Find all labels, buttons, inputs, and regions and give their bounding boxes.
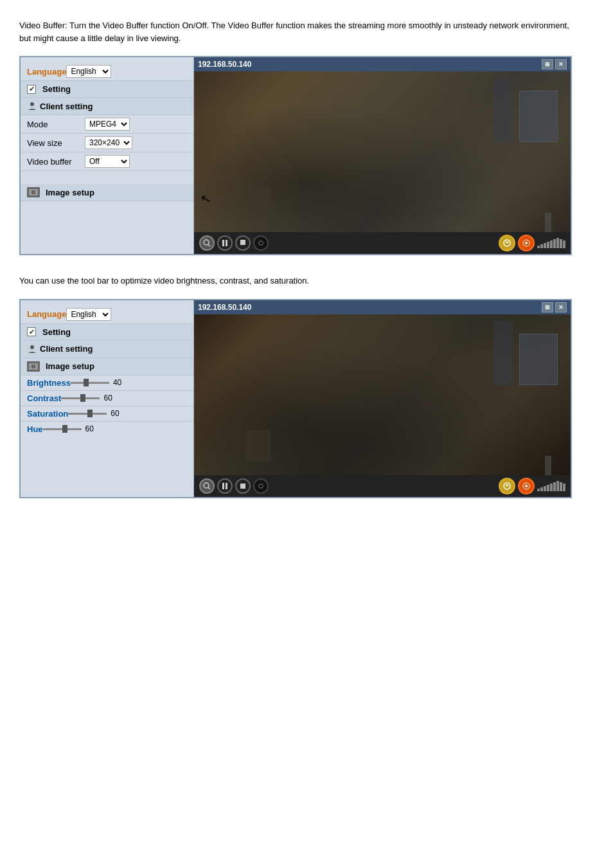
search-btn-2[interactable] (199, 478, 215, 494)
svg-point-29 (525, 485, 528, 487)
language-select-1[interactable]: English (66, 65, 111, 78)
viewsize-label: View size (27, 138, 85, 148)
setting-checkbox-1[interactable]: ✔ (27, 85, 36, 94)
client-setting-label-1: Client setting (40, 102, 93, 111)
scene-element-2 (493, 78, 513, 142)
imagesetup-label-1: Image setup (46, 188, 94, 197)
camera-ip-2: 192.168.50.140 (198, 303, 251, 312)
contrast-label: Contrast (27, 393, 61, 403)
imagesetup-icon-1 (27, 187, 40, 197)
setting-label-1: Setting (42, 84, 71, 94)
close-btn-2[interactable]: ✕ (555, 302, 567, 312)
bar2-8 (560, 482, 562, 491)
svg-point-4 (33, 192, 35, 194)
imagesetup-label-2: Image setup (46, 361, 94, 371)
toolbar-left-1 (199, 235, 269, 251)
saturation-value: 60 (111, 409, 127, 418)
scene-element-6 (493, 321, 513, 385)
description-1: Video Buffer: Turn the Video Buffer func… (19, 19, 572, 44)
mode-label: Mode (27, 120, 85, 129)
svg-point-11 (259, 241, 263, 245)
language-row-2: Language English (21, 305, 193, 324)
fullscreen-btn-1[interactable]: ⊞ (542, 59, 553, 69)
imagesetup-row-1[interactable]: Image setup (21, 184, 193, 201)
bar-9 (563, 240, 565, 248)
toolbar-right-1 (499, 235, 565, 251)
titlebar-buttons-1: ⊞ ✕ (542, 59, 567, 69)
hue-row: Hue 60 (21, 422, 193, 437)
toolbar-right-2 (499, 478, 565, 494)
client-setting-row-2[interactable]: Client setting (21, 341, 193, 358)
imagesetup-icon-2 (27, 361, 40, 372)
viewsize-row: View size 320×240 (21, 134, 193, 152)
contrast-slider[interactable]: 60 (61, 393, 187, 402)
toolbar-left-2 (199, 478, 269, 494)
saturation-row: Saturation 60 (21, 406, 193, 422)
svg-point-14 (525, 242, 528, 244)
language-label-2: Language (27, 309, 66, 319)
setting-row-1[interactable]: ✔ Setting (21, 81, 193, 98)
bar2-5 (550, 484, 553, 491)
record-btn-2[interactable] (253, 478, 269, 494)
search-btn-1[interactable] (199, 235, 215, 251)
hue-slider[interactable]: 60 (43, 424, 187, 433)
brightness-row: Brightness 40 (21, 375, 193, 391)
brightness-label: Brightness (27, 378, 71, 388)
right-panel-2: 192.168.50.140 ⊞ ✕ (194, 300, 571, 497)
client-setting-row-1[interactable]: Client setting (21, 98, 193, 115)
scene-element-3 (245, 187, 271, 219)
record-btn-1[interactable] (253, 235, 269, 251)
viewsize-select[interactable]: 320×240 (85, 136, 132, 149)
person-icon-2 (27, 344, 37, 354)
zoom-btn-2[interactable] (499, 478, 515, 494)
left-panel-1: Language English ✔ Setting Client settin… (21, 57, 194, 254)
fullscreen-btn-2[interactable]: ⊞ (542, 302, 553, 312)
mode-row: Mode MPEG4 (21, 115, 193, 134)
ui-panel-2: Language English ✔ Setting Client settin… (19, 299, 572, 498)
mode-select[interactable]: MPEG4 (85, 118, 130, 131)
hue-value: 60 (85, 424, 102, 433)
bar-3 (544, 243, 546, 248)
saturation-slider[interactable]: 60 (68, 409, 187, 418)
camera-feed-2 (194, 314, 571, 475)
bar2-1 (537, 489, 540, 491)
setting-label-2: Setting (42, 327, 71, 337)
bar-6 (553, 239, 556, 248)
svg-line-21 (208, 487, 210, 489)
pause-btn-2[interactable] (217, 478, 233, 494)
signal-bars-1 (537, 238, 565, 248)
stop-btn-2[interactable] (235, 478, 251, 494)
svg-point-0 (30, 102, 34, 106)
settings-btn-1[interactable] (518, 235, 535, 251)
imagesetup-row-2[interactable]: Image setup (21, 358, 193, 375)
brightness-slider[interactable]: 40 (71, 378, 187, 387)
signal-bars-2 (537, 481, 565, 491)
settings-btn-2[interactable] (518, 478, 535, 494)
language-label-1: Language (27, 67, 66, 77)
videobuffer-row: Video buffer Off On (21, 152, 193, 171)
bar2-9 (563, 484, 565, 491)
left-panel-2: Language English ✔ Setting Client settin… (21, 300, 194, 497)
bar-7 (556, 238, 559, 248)
camera-titlebar-2: 192.168.50.140 ⊞ ✕ (194, 300, 571, 314)
camera-feed-1: ↖ (194, 71, 571, 232)
videobuffer-select[interactable]: Off On (85, 155, 130, 168)
setting-row-2[interactable]: ✔ Setting (21, 324, 193, 341)
right-panel-1: 192.168.50.140 ⊞ ✕ ↖ (194, 57, 571, 254)
bar2-3 (544, 486, 546, 491)
svg-point-15 (30, 345, 34, 349)
bar-2 (540, 244, 543, 248)
scene-element-8 (545, 456, 551, 475)
language-select-2[interactable]: English (66, 308, 111, 321)
bar2-4 (547, 485, 549, 491)
setting-checkbox-2[interactable]: ✔ (27, 327, 36, 336)
svg-rect-24 (240, 484, 245, 489)
svg-rect-22 (222, 483, 224, 489)
close-btn-1[interactable]: ✕ (555, 59, 567, 69)
zoom-btn-1[interactable] (499, 235, 515, 251)
bar2-2 (540, 487, 543, 491)
contrast-row: Contrast 60 (21, 391, 193, 406)
stop-btn-1[interactable] (235, 235, 251, 251)
svg-point-19 (33, 365, 35, 367)
pause-btn-1[interactable] (217, 235, 233, 251)
